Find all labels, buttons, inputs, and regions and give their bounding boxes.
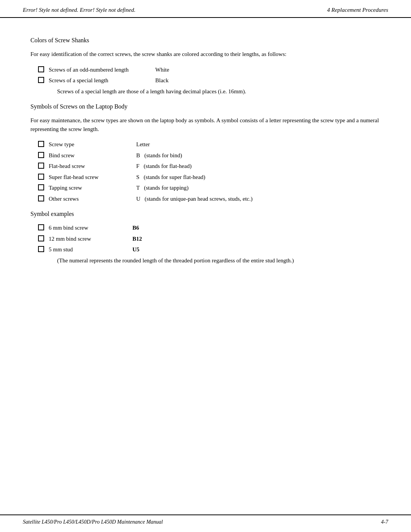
- page-footer: Satellite L450/Pro L450/L450D/Pro L450D …: [0, 514, 411, 532]
- checkbox-icon: [38, 235, 44, 241]
- list-item-value: B (stands for bind): [136, 151, 182, 160]
- colors-list: Screws of an odd-numbered length White S…: [30, 66, 381, 96]
- main-content: Colors of Screw Shanks For easy identifi…: [0, 18, 411, 288]
- list-item-label: Flat-head screw: [49, 162, 136, 171]
- list-item-label: 6 mm bind screw: [49, 224, 132, 232]
- colors-note: Screws of a special length are those of …: [30, 87, 381, 96]
- checkbox-icon: [38, 174, 44, 180]
- checkbox-icon: [38, 224, 44, 230]
- footer-left: Satellite L450/Pro L450/L450D/Pro L450D …: [23, 519, 163, 525]
- checkbox-icon: [38, 152, 44, 158]
- colors-heading: Colors of Screw Shanks: [30, 37, 381, 44]
- list-item-label: Screw type: [49, 140, 136, 149]
- checkbox-icon: [38, 163, 44, 169]
- list-item-value: Black: [155, 76, 169, 85]
- header-left: Error! Style not defined. Error! Style n…: [23, 7, 135, 13]
- checkbox-icon: [38, 141, 44, 147]
- list-item-label: Super flat-head screw: [49, 173, 136, 182]
- header-right: 4 Replacement Procedures: [327, 7, 389, 13]
- examples-list: 6 mm bind screw B6 12 mm bind screw B12 …: [30, 224, 381, 265]
- list-item: Tapping screw T (stands for tapping): [30, 184, 381, 192]
- list-item-value: B12: [132, 235, 142, 243]
- list-item: 12 mm bind screw B12: [30, 235, 381, 243]
- list-item: 5 mm stud U5: [30, 245, 381, 254]
- checkbox-icon: [38, 184, 44, 190]
- list-item-value: F (stands for flat-head): [136, 162, 191, 171]
- list-item-value: S (stands for super flat-head): [136, 173, 206, 182]
- list-item-label: Screws of a special length: [49, 76, 155, 85]
- list-item-label: 5 mm stud: [49, 245, 132, 254]
- checkbox-icon: [38, 246, 44, 252]
- list-item: 6 mm bind screw B6: [30, 224, 381, 232]
- list-item-label: Screws of an odd-numbered length: [49, 66, 155, 74]
- list-item: Flat-head screw F (stands for flat-head): [30, 162, 381, 171]
- list-item-label: Bind screw: [49, 151, 136, 160]
- list-item-value: B6: [132, 224, 139, 232]
- colors-paragraph: For easy identification of the correct s…: [30, 50, 381, 59]
- page-header: Error! Style not defined. Error! Style n…: [0, 0, 411, 18]
- checkbox-icon: [38, 66, 44, 72]
- examples-note: (The numeral represents the rounded leng…: [30, 256, 381, 265]
- checkbox-icon: [38, 77, 44, 83]
- footer-right: 4-7: [381, 519, 388, 525]
- symbols-paragraph: For easy maintenance, the screw types ar…: [30, 116, 381, 133]
- list-item: Screws of an odd-numbered length White: [30, 66, 381, 74]
- list-item-value: White: [155, 66, 169, 74]
- symbols-list: Screw type Letter Bind screw B (stands f…: [30, 140, 381, 203]
- list-item: Bind screw B (stands for bind): [30, 151, 381, 160]
- list-item-label: Tapping screw: [49, 184, 136, 192]
- page-container: Error! Style not defined. Error! Style n…: [0, 0, 411, 532]
- list-item: Screw type Letter: [30, 140, 381, 149]
- list-item-value: U5: [132, 245, 139, 254]
- list-item: Screws of a special length Black: [30, 76, 381, 85]
- examples-heading: Symbol examples: [30, 211, 381, 217]
- list-item-value: U (stands for unique-pan head screws, st…: [136, 195, 253, 203]
- list-item: Other screws U (stands for unique-pan he…: [30, 195, 381, 203]
- list-item-label: 12 mm bind screw: [49, 235, 132, 243]
- list-item: Super flat-head screw S (stands for supe…: [30, 173, 381, 182]
- checkbox-icon: [38, 195, 44, 201]
- list-item-label: Other screws: [49, 195, 136, 203]
- list-item-value: T (stands for tapping): [136, 184, 189, 192]
- symbols-heading: Symbols of Screws on the Laptop Body: [30, 103, 381, 110]
- list-item-value: Letter: [136, 140, 150, 149]
